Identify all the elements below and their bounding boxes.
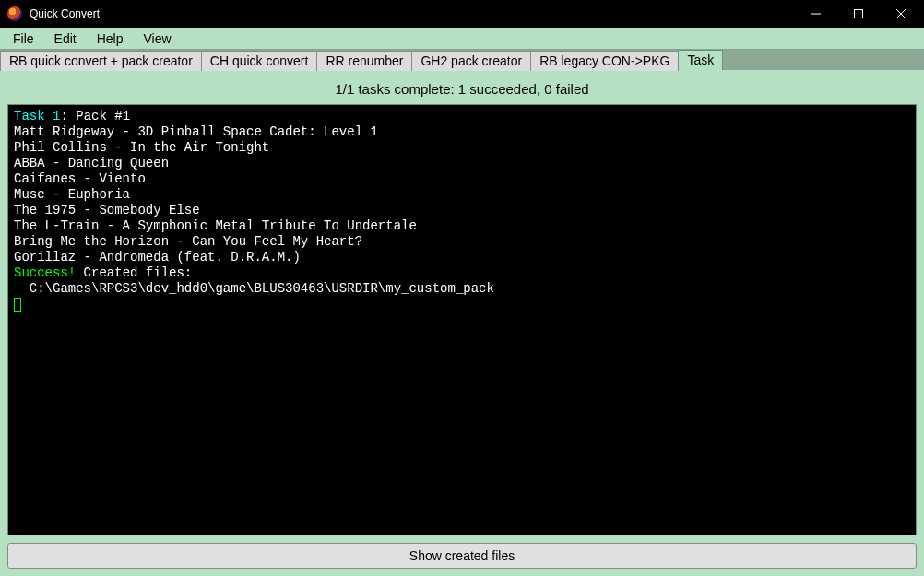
titlebar: Quick Convert <box>0 0 924 28</box>
menu-edit[interactable]: Edit <box>45 29 86 48</box>
tab-task[interactable]: Task <box>678 50 723 70</box>
tab-gh2-pack-creator[interactable]: GH2 pack creator <box>411 51 531 71</box>
menubar: File Edit Help View <box>0 28 924 50</box>
menu-help[interactable]: Help <box>88 29 133 48</box>
window-controls <box>795 0 922 28</box>
minimize-icon <box>811 9 821 18</box>
menu-file[interactable]: File <box>4 29 43 48</box>
app-icon <box>7 6 22 21</box>
task-status-text: 1/1 tasks complete: 1 succeeded, 0 faile… <box>7 76 917 104</box>
bottom-button-bar: Show created files <box>7 535 917 569</box>
terminal-output[interactable]: Task 1: Pack #1 Matt Ridgeway - 3D Pinba… <box>7 104 917 535</box>
minimize-button[interactable] <box>795 0 837 28</box>
app-window: Quick Convert File Edit Help View RB qui… <box>0 0 924 576</box>
maximize-icon <box>854 9 863 18</box>
svg-rect-1 <box>855 10 863 18</box>
tab-rb-quick-convert[interactable]: RB quick convert + pack creator <box>0 51 202 71</box>
tabstrip: RB quick convert + pack creator CH quick… <box>0 50 924 70</box>
tab-rb-legacy-con-pkg[interactable]: RB legacy CON->PKG <box>530 51 679 71</box>
tab-ch-quick-convert[interactable]: CH quick convert <box>201 51 318 71</box>
close-button[interactable] <box>880 0 922 28</box>
menu-view[interactable]: View <box>134 29 180 48</box>
tab-rr-renumber[interactable]: RR renumber <box>316 51 412 71</box>
close-icon <box>896 9 906 18</box>
maximize-button[interactable] <box>837 0 880 28</box>
show-created-files-button[interactable]: Show created files <box>7 543 917 569</box>
client-area: 1/1 tasks complete: 1 succeeded, 0 faile… <box>0 70 924 576</box>
window-title: Quick Convert <box>30 7 795 20</box>
